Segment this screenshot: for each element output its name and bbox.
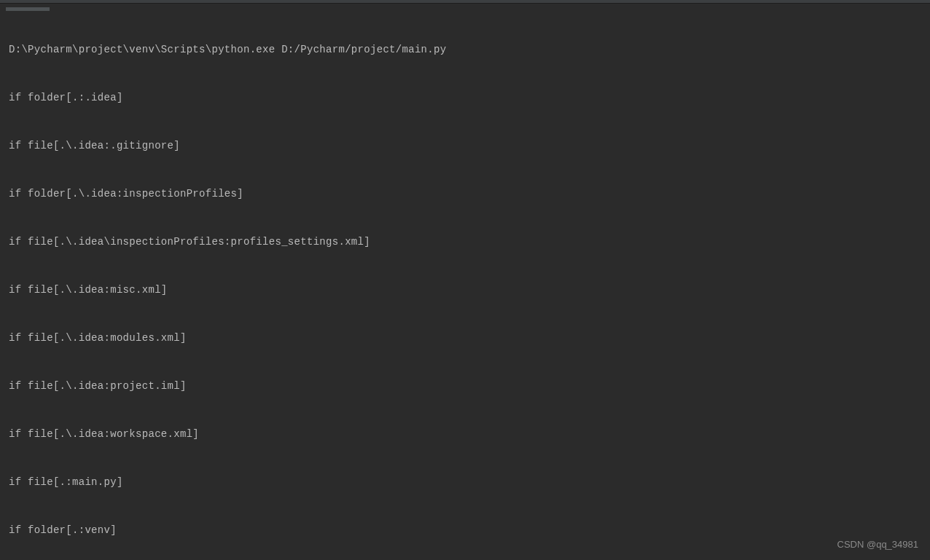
- console-line: if file[.\.idea:project.iml]: [9, 378, 921, 394]
- console-line: if folder[.\.idea:inspectionProfiles]: [9, 186, 921, 202]
- console-line: if file[.\.idea:workspace.xml]: [9, 426, 921, 442]
- console-line: if folder[.:venv]: [9, 522, 921, 538]
- console-line: if file[.:main.py]: [9, 474, 921, 490]
- console-line: if file[.\.idea\inspectionProfiles:profi…: [9, 234, 921, 250]
- console-line: if file[.\.idea:misc.xml]: [9, 282, 921, 298]
- console-line: if folder[.:.idea]: [9, 90, 921, 106]
- console-line: if file[.\.idea:modules.xml]: [9, 330, 921, 346]
- watermark: CSDN @qq_34981: [837, 537, 918, 553]
- top-bar-segment: [6, 7, 50, 11]
- console-output[interactable]: D:\Pycharm\project\venv\Scripts\python.e…: [0, 4, 930, 560]
- console-line: if file[.\.idea:.gitignore]: [9, 138, 921, 154]
- console-line: D:\Pycharm\project\venv\Scripts\python.e…: [9, 42, 921, 58]
